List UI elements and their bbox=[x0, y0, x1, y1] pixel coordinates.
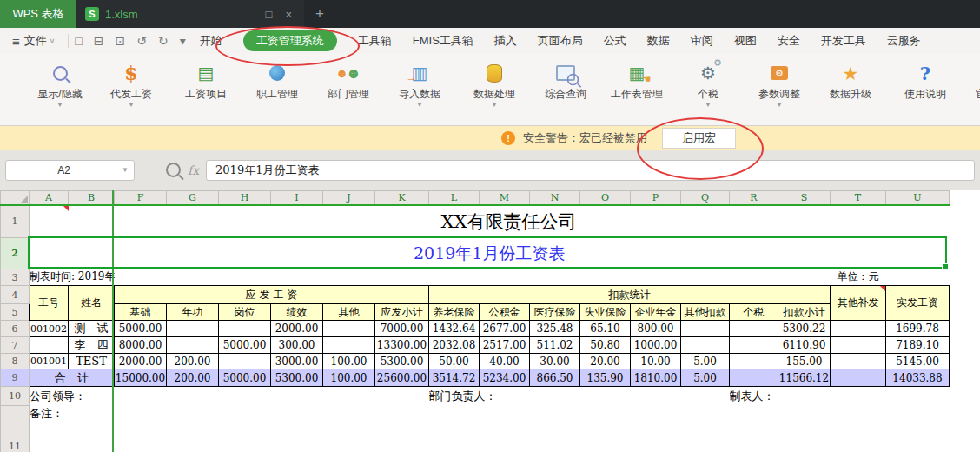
header-name[interactable]: 姓名 bbox=[69, 286, 115, 321]
column-header-O[interactable]: O bbox=[580, 191, 631, 205]
cell-value[interactable]: 13300.00 bbox=[375, 337, 429, 354]
cell-value[interactable]: 50.80 bbox=[580, 337, 631, 354]
cell-total-value[interactable]: 11566.12 bbox=[778, 369, 831, 387]
cell-value[interactable]: 3000.00 bbox=[271, 354, 323, 369]
row-header[interactable]: 9 bbox=[1, 369, 30, 387]
cell-total-value[interactable]: 200.00 bbox=[167, 369, 219, 387]
cell-value[interactable] bbox=[323, 321, 375, 337]
header-应发小计[interactable]: 应发小计 bbox=[375, 304, 429, 321]
header-岗位[interactable]: 岗位 bbox=[219, 304, 271, 321]
cell-value[interactable] bbox=[323, 337, 375, 354]
row-header[interactable]: 11 bbox=[1, 406, 30, 452]
cell-total-value[interactable]: 5300.00 bbox=[271, 369, 323, 387]
column-header-G[interactable]: G bbox=[167, 191, 219, 205]
column-header-A[interactable]: A bbox=[30, 191, 69, 205]
dropdown-caret-icon[interactable]: ▼ bbox=[491, 101, 498, 110]
cell-total-label[interactable]: 合 计 bbox=[30, 369, 115, 387]
header-基础[interactable]: 基础 bbox=[115, 304, 167, 321]
cell-total-value[interactable]: 14033.88 bbox=[886, 369, 950, 387]
ribbon-button-个税[interactable]: ⚙⚙个税▼ bbox=[672, 59, 744, 110]
cell-value[interactable]: 10.00 bbox=[631, 354, 681, 369]
sheet-title-cell[interactable]: 2019年1月份工资表 bbox=[30, 238, 950, 269]
ribbon-button-导入数据[interactable]: ▥→导入数据▼ bbox=[384, 59, 455, 110]
menu-item-工资管理系统[interactable]: 工资管理系统 bbox=[243, 30, 337, 51]
cell-value[interactable]: 7189.10 bbox=[886, 337, 950, 354]
column-header-K[interactable]: K bbox=[375, 191, 429, 205]
column-header-J[interactable]: J bbox=[323, 191, 375, 205]
menu-item-审阅[interactable]: 审阅 bbox=[691, 33, 713, 49]
row-header[interactable]: 4 bbox=[1, 286, 30, 304]
cell-total-value[interactable]: 25600.00 bbox=[375, 369, 429, 387]
empty-cell[interactable] bbox=[831, 387, 950, 406]
cell-value[interactable]: 100.00 bbox=[323, 354, 375, 369]
row-header[interactable]: 3 bbox=[1, 269, 30, 286]
cell-value[interactable] bbox=[681, 337, 730, 354]
menu-item-FMIS工具箱[interactable]: FMIS工具箱 bbox=[413, 33, 473, 49]
cell-value[interactable] bbox=[167, 337, 219, 354]
cell-value[interactable]: 2000.00 bbox=[271, 321, 323, 337]
menu-item-开发工具[interactable]: 开发工具 bbox=[821, 33, 866, 49]
dropdown-caret-icon[interactable]: ▼ bbox=[56, 101, 63, 110]
header-失业保险[interactable]: 失业保险 bbox=[580, 304, 631, 321]
ribbon-button-官方网站[interactable]: ⌂官方网站 bbox=[961, 59, 980, 110]
cell-value[interactable]: 2677.00 bbox=[480, 321, 530, 337]
cell-value[interactable]: 325.48 bbox=[530, 321, 580, 337]
header-gross-group[interactable]: 应 发 工 资 bbox=[115, 286, 429, 304]
dropdown-caret-icon[interactable]: ▼ bbox=[128, 101, 135, 110]
dropdown-caret-icon[interactable]: ▼ bbox=[705, 101, 712, 110]
zoom-search-icon[interactable] bbox=[166, 163, 181, 177]
more-commands-icon[interactable]: ▾ bbox=[180, 34, 186, 48]
unit-cell[interactable]: 单位：元 bbox=[831, 269, 886, 286]
cell-value[interactable] bbox=[167, 321, 219, 337]
menu-item-工具箱[interactable]: 工具箱 bbox=[358, 33, 392, 49]
row-header[interactable]: 8 bbox=[1, 354, 30, 369]
cell-total-value[interactable]: 1810.00 bbox=[631, 369, 681, 387]
cell-value[interactable]: 1699.78 bbox=[886, 321, 950, 337]
cell-total-value[interactable] bbox=[831, 369, 886, 387]
cell-value[interactable]: 5145.00 bbox=[886, 354, 950, 369]
header-其他扣款[interactable]: 其他扣款 bbox=[681, 304, 730, 321]
column-header-F[interactable]: F bbox=[115, 191, 167, 205]
column-header-T[interactable]: T bbox=[831, 191, 886, 205]
name-box-caret-icon[interactable]: ▼ bbox=[122, 166, 134, 174]
cell-value[interactable]: 5000.00 bbox=[115, 321, 167, 337]
empty-cell[interactable] bbox=[886, 269, 950, 286]
header-emp-id[interactable]: 工号 bbox=[30, 286, 69, 321]
cell-emp-name[interactable]: 测 试 bbox=[69, 321, 115, 337]
print-icon[interactable]: ⊟ bbox=[94, 34, 104, 48]
ribbon-button-参数调整[interactable]: ⚙参数调整▼ bbox=[744, 59, 815, 110]
undo-icon[interactable]: ↺ bbox=[136, 34, 147, 48]
header-deduct-group[interactable]: 扣款统计 bbox=[429, 286, 831, 304]
row-header[interactable]: 6 bbox=[1, 321, 30, 337]
cell-emp-name[interactable]: 李 四 bbox=[69, 337, 115, 354]
cell-value[interactable] bbox=[831, 321, 886, 337]
cell-value[interactable] bbox=[219, 321, 271, 337]
cell-value[interactable]: 1432.64 bbox=[429, 321, 480, 337]
header-net-pay[interactable]: 实发工资 bbox=[886, 286, 950, 321]
column-header-P[interactable]: P bbox=[631, 191, 681, 205]
menu-item-公式[interactable]: 公式 bbox=[604, 33, 626, 49]
header-年功[interactable]: 年功 bbox=[167, 304, 219, 321]
menu-item-数据[interactable]: 数据 bbox=[647, 33, 670, 49]
cell-total-value[interactable]: 3514.72 bbox=[429, 369, 480, 387]
header-个税[interactable]: 个税 bbox=[730, 304, 778, 321]
menu-item-开始[interactable]: 开始 bbox=[200, 33, 222, 49]
header-绩效[interactable]: 绩效 bbox=[271, 304, 323, 321]
cell-value[interactable]: 2517.00 bbox=[480, 337, 530, 354]
formula-input[interactable]: 2019年1月份工资表 bbox=[206, 160, 975, 181]
made-date-cell[interactable]: 制表时间: 2019年 bbox=[30, 269, 115, 286]
cell-emp-id[interactable] bbox=[30, 337, 69, 354]
company-leader-cell[interactable]: 公司领导： bbox=[30, 387, 115, 406]
cell-value[interactable] bbox=[730, 321, 778, 337]
header-other-comp[interactable]: 其他补发 bbox=[831, 286, 886, 321]
header-公积金[interactable]: 公积金 bbox=[480, 304, 530, 321]
ribbon-button-代发工资[interactable]: $代发工资▼ bbox=[96, 59, 167, 110]
cell-value[interactable] bbox=[681, 321, 730, 337]
column-header-H[interactable]: H bbox=[219, 191, 271, 205]
row-header[interactable]: 10 bbox=[1, 387, 30, 406]
cell-value[interactable]: 30.00 bbox=[530, 354, 580, 369]
document-tab[interactable]: S 1.xlsm □ × bbox=[76, 0, 304, 28]
empty-cell[interactable] bbox=[115, 269, 831, 286]
menu-item-视图[interactable]: 视图 bbox=[734, 33, 757, 49]
ribbon-button-工资项目[interactable]: ▤工资项目 bbox=[170, 59, 242, 110]
